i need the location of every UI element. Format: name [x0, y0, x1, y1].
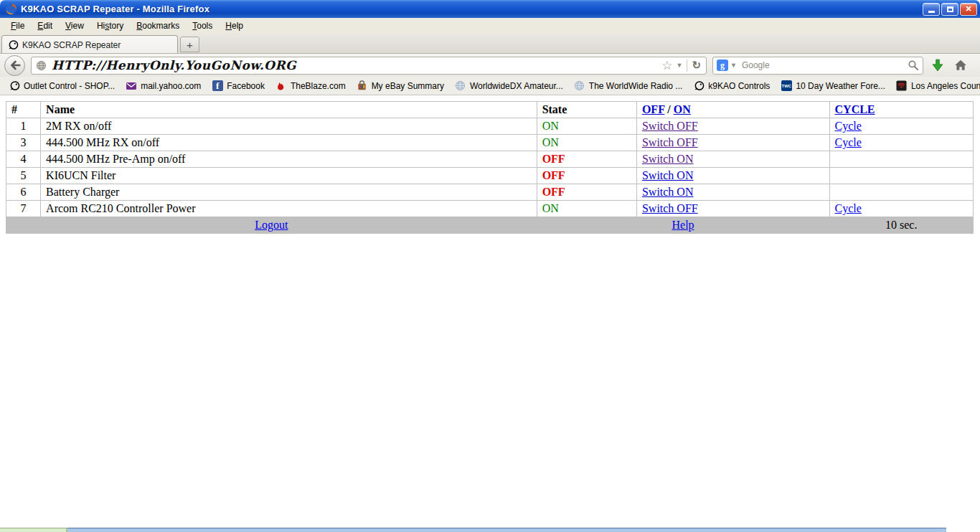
switch-link[interactable]: Switch ON: [642, 169, 694, 181]
logout-link[interactable]: Logout: [255, 219, 288, 231]
urlbar-divider: [687, 60, 687, 72]
window-controls: ✕: [923, 3, 977, 16]
bookmark-star-icon[interactable]: ☆: [661, 58, 672, 73]
device-name: KI6UCN Filter: [41, 168, 537, 184]
home-icon[interactable]: [952, 57, 969, 74]
device-number: 6: [6, 184, 41, 201]
cycle-cell: [829, 168, 973, 184]
bookmark-item-6[interactable]: WorldwideDX Amateur...: [451, 79, 567, 93]
menu-tools[interactable]: Tools: [186, 19, 219, 33]
browser-window: K9KAO SCRAP Repeater - Mozilla Firefox ✕…: [0, 0, 980, 532]
switch-link[interactable]: Switch ON: [642, 153, 694, 165]
bookmark-item-9[interactable]: TWC10 Day Weather Fore...: [776, 79, 890, 93]
cycle-cell: Cycle: [829, 201, 973, 217]
bookmark-label: TheBlaze.com: [291, 81, 346, 91]
switch-cell: Switch ON: [636, 184, 829, 201]
cycle-cell: [829, 184, 973, 201]
bookmark-item-8[interactable]: k9KAO Controls: [689, 79, 774, 93]
cycle-cell: Cycle: [829, 135, 973, 151]
taskbar-edge: [0, 528, 946, 532]
cycle-link[interactable]: Cycle: [835, 120, 862, 132]
bookmark-item-2[interactable]: mail.yahoo.com: [121, 79, 205, 93]
switch-cell: Switch OFF: [636, 118, 829, 135]
bookmark-item-1[interactable]: Outlet Control - SHOP...: [4, 79, 119, 93]
cycle-link[interactable]: Cycle: [835, 136, 862, 148]
reload-icon[interactable]: ↻: [692, 59, 701, 72]
device-name: 444.500 MHz RX on/off: [41, 135, 537, 151]
all-cycle-link[interactable]: CYCLE: [835, 103, 875, 115]
bookmark-item-3[interactable]: fFacebook: [207, 79, 269, 93]
table-footer-row: Logout Help 10 sec.: [6, 217, 974, 234]
switch-cell: Switch ON: [636, 151, 829, 168]
ebay-bag-icon: [357, 80, 368, 92]
device-name: Battery Charger: [41, 184, 537, 201]
state-value: OFF: [542, 186, 565, 198]
menu-file[interactable]: File: [4, 19, 31, 33]
menu-bar: FileEditViewHistoryBookmarksToolsHelp: [0, 18, 980, 34]
switch-link[interactable]: Switch ON: [642, 186, 694, 198]
url-text[interactable]: HTTP://HenryOnly.YouGoNow.ORG: [52, 58, 660, 72]
state-value: ON: [542, 120, 559, 132]
switch-link[interactable]: Switch OFF: [642, 136, 698, 148]
help-link[interactable]: Help: [672, 219, 694, 231]
footer-logout-cell: Logout: [6, 217, 537, 234]
switch-link[interactable]: Switch OFF: [642, 120, 698, 132]
bookmark-label: mail.yahoo.com: [141, 81, 201, 91]
cycle-cell: Cycle: [829, 118, 973, 135]
bookmark-item-5[interactable]: My eBay Summary: [352, 79, 448, 93]
menu-history[interactable]: History: [90, 19, 130, 33]
bookmark-label: WorldwideDX Amateur...: [470, 81, 563, 91]
device-row-4: 4444.500 MHz Pre-Amp on/offOFFSwitch ON: [6, 151, 974, 168]
globe-icon: [36, 60, 47, 71]
device-state: ON: [537, 135, 636, 151]
twc-icon: TWC: [781, 80, 792, 92]
bookmark-item-10[interactable]: Los Angeles County C...: [892, 79, 980, 93]
url-dropdown-icon[interactable]: ▼: [677, 62, 683, 69]
state-value: OFF: [542, 169, 565, 181]
device-state: ON: [537, 118, 636, 135]
cycle-cell: [829, 151, 973, 168]
url-bar[interactable]: HTTP://HenryOnly.YouGoNow.ORG ☆ ▼ ↻: [31, 57, 707, 75]
menu-edit[interactable]: Edit: [31, 19, 59, 33]
search-box[interactable]: g ▼ Google: [712, 57, 923, 75]
window-titlebar: K9KAO SCRAP Repeater - Mozilla Firefox ✕: [0, 0, 980, 18]
close-button[interactable]: ✕: [960, 3, 977, 16]
menu-view[interactable]: View: [59, 19, 90, 33]
all-off-link[interactable]: OFF: [642, 103, 664, 115]
device-state: OFF: [537, 184, 636, 201]
minimize-button[interactable]: [923, 3, 940, 16]
back-button[interactable]: [4, 55, 25, 76]
blaze-icon: [275, 80, 287, 92]
bookmark-item-4[interactable]: TheBlaze.com: [271, 79, 350, 93]
search-magnifier-icon[interactable]: [908, 60, 919, 71]
restore-button[interactable]: [941, 3, 958, 16]
search-engine-dropdown-icon[interactable]: ▼: [730, 62, 737, 69]
downloads-icon[interactable]: [929, 57, 946, 74]
device-state: ON: [537, 201, 636, 217]
bookmarks-toolbar: Outlet Control - SHOP...mail.yahoo.comfF…: [0, 77, 980, 95]
all-on-link[interactable]: ON: [674, 103, 691, 115]
device-number: 7: [6, 201, 41, 217]
menu-bookmarks[interactable]: Bookmarks: [130, 19, 186, 33]
globe-icon: [574, 80, 585, 92]
search-input[interactable]: Google: [742, 60, 908, 70]
bookmark-item-7[interactable]: The WorldWide Radio ...: [570, 79, 687, 93]
window-title: K9KAO SCRAP Repeater - Mozilla Firefox: [21, 4, 209, 14]
switch-link[interactable]: Switch OFF: [642, 202, 698, 214]
site-logo-icon: [693, 80, 705, 92]
bookmark-label: The WorldWide Radio ...: [589, 81, 683, 91]
new-tab-button[interactable]: +: [180, 37, 199, 52]
col-header-onoff: OFF / ON: [636, 102, 829, 118]
cycle-link[interactable]: Cycle: [835, 202, 862, 214]
bookmark-label: Facebook: [227, 81, 265, 91]
device-row-1: 12M RX on/offONSwitch OFFCycle: [6, 118, 974, 135]
device-name: 444.500 MHz Pre-Amp on/off: [41, 151, 537, 168]
device-row-7: 7Arcom RC210 Controller PowerONSwitch OF…: [6, 201, 974, 217]
device-state: OFF: [537, 168, 636, 184]
menu-help[interactable]: Help: [219, 19, 250, 33]
switch-cell: Switch OFF: [636, 201, 829, 217]
device-name: Arcom RC210 Controller Power: [41, 201, 537, 217]
col-header-name: Name: [41, 102, 537, 118]
tab-k9kao-scrap-repeater[interactable]: K9KAO SCRAP Repeater: [1, 35, 178, 54]
globe-icon: [455, 80, 466, 92]
